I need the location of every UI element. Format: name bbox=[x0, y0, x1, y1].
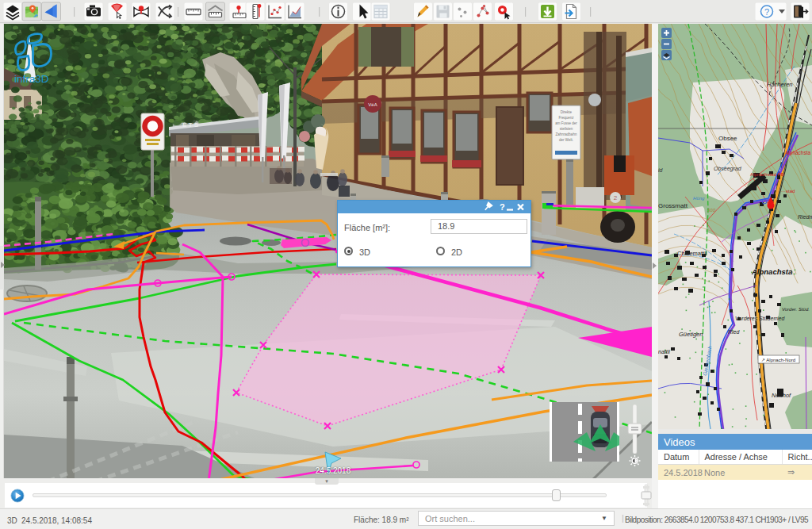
svg-text:Güetigen: Güetigen bbox=[679, 331, 703, 338]
svg-text:der Welt.: der Welt. bbox=[559, 138, 573, 142]
svg-text:Obseegrad: Obseegrad bbox=[714, 166, 742, 172]
svg-text:Ried: Ried bbox=[728, 329, 741, 335]
svg-text:Hächeren: Hächeren bbox=[767, 81, 793, 88]
svg-text:Neuhof: Neuhof bbox=[772, 392, 791, 399]
svg-text:Chälemattli: Chälemattli bbox=[677, 250, 707, 257]
svg-text:Zahnradbahn: Zahnradbahn bbox=[556, 132, 577, 136]
svg-text:Vorderes Stüderried: Vorderes Stüderried bbox=[735, 316, 785, 321]
svg-text:500: 500 bbox=[707, 208, 716, 213]
svg-text:Hüng: Hüng bbox=[693, 196, 705, 201]
svg-text:?: ? bbox=[764, 7, 769, 17]
svg-text:nattli: nattli bbox=[658, 349, 670, 355]
svg-text:Riedm: Riedm bbox=[798, 214, 812, 220]
svg-text:?: ? bbox=[500, 202, 505, 212]
svg-text:Vorder. Stüd.: Vorder. Stüd. bbox=[782, 307, 810, 312]
svg-text:Alpnachsta: Alpnachsta bbox=[785, 150, 811, 156]
svg-text:Obsee: Obsee bbox=[718, 135, 737, 142]
svg-text:Grossmatt: Grossmatt bbox=[658, 202, 688, 209]
svg-text:Frequenz: Frequenz bbox=[558, 116, 574, 120]
svg-text:E T S: E T S bbox=[182, 121, 199, 128]
svg-text:Direkte: Direkte bbox=[561, 110, 573, 114]
svg-text:steilsten: steilsten bbox=[560, 127, 573, 131]
svg-text:Alpnachstad PB: Alpnachstad PB bbox=[750, 172, 784, 177]
svg-text:2: 2 bbox=[614, 194, 618, 201]
svg-text:VéA: VéA bbox=[368, 102, 377, 107]
svg-text:Alpnachsta: Alpnachsta bbox=[751, 267, 792, 276]
svg-text:···stad: ···stad bbox=[781, 189, 795, 194]
svg-text:am Fusse der: am Fusse der bbox=[555, 121, 577, 125]
svg-text:↗ Alpnach-Nord: ↗ Alpnach-Nord bbox=[761, 358, 795, 362]
svg-text:infra3D: infra3D bbox=[14, 73, 49, 85]
